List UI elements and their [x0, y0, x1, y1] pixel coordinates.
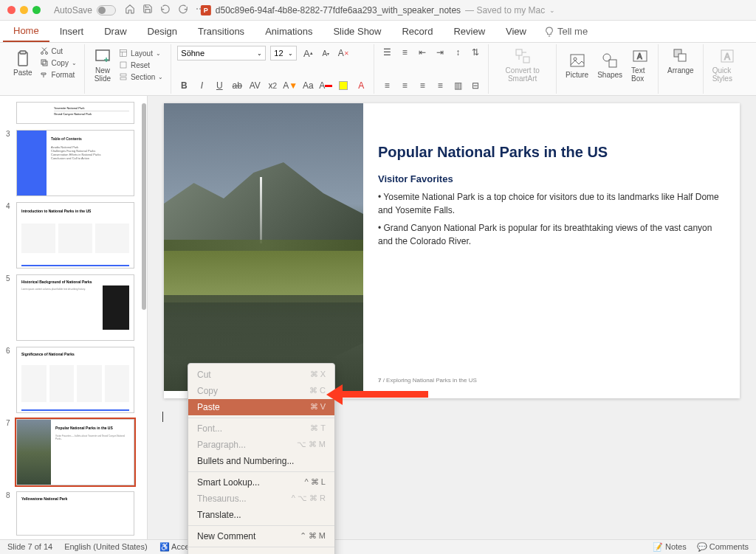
slide-thumb-7[interactable]: Popular National Parks in the USVisitor …	[16, 419, 134, 485]
align-left-icon[interactable]: ≡	[380, 79, 394, 92]
redo-icon[interactable]	[178, 4, 188, 16]
ctx-new-comment[interactable]: New Comment⌃ ⌘ M	[188, 528, 334, 544]
slide-image-yosemite[interactable]	[164, 103, 363, 391]
tab-record[interactable]: Record	[391, 21, 443, 41]
close-window-icon[interactable]	[7, 6, 16, 14]
slide-thumb-8[interactable]: Yellowstone National Park	[16, 491, 134, 536]
tab-animations[interactable]: Animations	[255, 21, 323, 41]
bullets-icon[interactable]: ☰	[380, 46, 394, 59]
ctx-smart-lookup[interactable]: Smart Lookup...^ ⌘ L	[188, 474, 334, 491]
justify-icon[interactable]: ≡	[433, 79, 447, 92]
section-button[interactable]: Section⌄	[117, 72, 165, 82]
fill-color-icon[interactable]	[337, 79, 350, 92]
svg-text:A: A	[724, 52, 730, 62]
picture-button[interactable]: Picture	[563, 50, 591, 80]
decrease-font-icon[interactable]: A▾	[319, 46, 332, 60]
status-bar: Slide 7 of 14 English (United States) ♿ …	[0, 539, 756, 554]
format-painter-button[interactable]: Format	[38, 69, 78, 80]
italic-icon[interactable]: I	[195, 79, 208, 92]
notes-toggle[interactable]: 📝 Notes	[653, 542, 687, 552]
arrange-button[interactable]: Arrange	[664, 46, 697, 76]
slide-thumb-4[interactable]: Introduction to National Parks in the US	[16, 202, 134, 269]
slide-thumb-5[interactable]: Historical Background of National ParksL…	[16, 274, 134, 341]
window-controls[interactable]	[7, 6, 41, 14]
clear-format-icon[interactable]: A✕	[337, 46, 350, 60]
home-icon[interactable]	[125, 4, 135, 16]
slide-title[interactable]: Popular National Parks in the US	[378, 144, 608, 161]
ctx-bullets[interactable]: Bullets and Numbering...	[188, 453, 334, 469]
slide-thumb-3[interactable]: Table of ContentsAcadia National ParkCha…	[16, 130, 134, 196]
textbox-button[interactable]: AText Box	[628, 46, 652, 84]
chevron-down-icon[interactable]: ⌄	[549, 7, 555, 14]
shadow-icon[interactable]: AV	[248, 79, 261, 92]
svg-rect-5	[41, 60, 46, 64]
numbering-icon[interactable]: ≡	[398, 46, 411, 59]
language-selector[interactable]: English (United States)	[64, 542, 148, 552]
tab-slideshow[interactable]: Slide Show	[323, 21, 391, 41]
shapes-button[interactable]: Shapes	[594, 50, 625, 80]
tab-design[interactable]: Design	[137, 21, 188, 41]
ribbon: Paste Cut Copy⌄ Format New Slide Layout⌄…	[0, 43, 756, 96]
cut-button[interactable]: Cut	[38, 46, 78, 56]
tab-insert[interactable]: Insert	[49, 21, 94, 41]
svg-text:A: A	[637, 52, 642, 60]
convert-smartart-button[interactable]: Convert to SmartArt	[495, 46, 550, 84]
svg-rect-11	[516, 49, 522, 55]
font-color2-icon[interactable]: A	[354, 79, 368, 92]
minimize-window-icon[interactable]	[20, 6, 28, 14]
line-spacing-icon[interactable]: ↕	[451, 46, 464, 59]
tab-draw[interactable]: Draw	[94, 21, 137, 41]
ctx-translate[interactable]: Translate...	[188, 507, 334, 523]
undo-icon[interactable]	[160, 4, 171, 16]
font-name-select[interactable]: Söhne⌄	[177, 46, 266, 60]
slide-thumb-6[interactable]: Significance of National Parks	[16, 347, 134, 413]
subscript-icon[interactable]: x2	[266, 79, 279, 92]
tab-review[interactable]: Review	[443, 21, 495, 41]
copy-button[interactable]: Copy⌄	[38, 58, 78, 68]
underline-icon[interactable]: U	[213, 79, 226, 92]
bold-icon[interactable]: B	[177, 79, 190, 92]
ctx-paste[interactable]: Paste⌘ V	[188, 399, 334, 415]
ctx-cut: Cut⌘ X	[188, 367, 334, 383]
svg-rect-10	[120, 77, 126, 80]
tell-me-search[interactable]: Tell me	[544, 26, 588, 37]
comments-toggle[interactable]: 💬 Comments	[697, 542, 749, 552]
new-slide-button[interactable]: New Slide	[91, 46, 114, 84]
change-case-icon[interactable]: Aa	[301, 79, 315, 92]
text-cursor	[162, 412, 163, 422]
current-slide[interactable]: Popular National Parks in the US Visitor…	[164, 103, 740, 398]
increase-indent-icon[interactable]: ⇥	[433, 46, 447, 59]
tab-home[interactable]: Home	[3, 21, 49, 42]
autosave-toggle[interactable]	[97, 5, 116, 15]
autosave-label: AutoSave	[54, 5, 92, 15]
font-size-select[interactable]: 12⌄	[270, 46, 297, 60]
strike-icon[interactable]: ab	[230, 79, 244, 92]
align-center-icon[interactable]: ≡	[398, 79, 411, 92]
slide-counter[interactable]: Slide 7 of 14	[7, 542, 52, 552]
layout-button[interactable]: Layout⌄	[117, 48, 165, 58]
document-title[interactable]: P d50c89e6-94af-4b8e-8282-77fdfe6aa293_w…	[201, 5, 555, 15]
highlight-icon[interactable]: A▼	[284, 79, 297, 92]
slide-subtitle[interactable]: Visitor Favorites	[378, 173, 453, 184]
quick-styles-button[interactable]: AQuick Styles	[709, 46, 746, 84]
ribbon-tabs: Home Insert Draw Design Transitions Anim…	[0, 21, 756, 43]
reset-button[interactable]: Reset	[117, 60, 165, 70]
tab-transitions[interactable]: Transitions	[188, 21, 255, 41]
align-right-icon[interactable]: ≡	[416, 79, 429, 92]
maximize-window-icon[interactable]	[32, 6, 41, 14]
paste-button[interactable]: Paste	[10, 48, 35, 78]
thumbnail-scrollbar[interactable]	[142, 103, 146, 310]
tab-view[interactable]: View	[495, 21, 537, 41]
slide-thumb[interactable]: Yosemite National ParkGrand Canyon Natio…	[16, 102, 134, 124]
svg-point-2	[41, 52, 43, 55]
slide-body[interactable]: • Yosemite National Park is a top choice…	[378, 190, 725, 252]
decrease-indent-icon[interactable]: ⇤	[416, 46, 429, 59]
align-text-icon[interactable]: ⊟	[469, 79, 482, 92]
text-direction-icon[interactable]: ⇅	[469, 46, 482, 59]
font-color-icon[interactable]: A	[319, 79, 332, 92]
save-icon[interactable]	[142, 4, 153, 16]
doc-name: d50c89e6-94af-4b8e-8282-77fdfe6aa293_wit…	[216, 5, 461, 15]
columns-icon[interactable]: ▥	[451, 79, 464, 92]
increase-font-icon[interactable]: A▴	[301, 46, 315, 60]
slide-thumbnail-panel[interactable]: Yosemite National ParkGrand Canyon Natio…	[0, 96, 148, 539]
